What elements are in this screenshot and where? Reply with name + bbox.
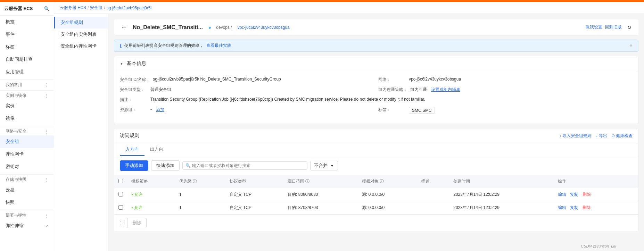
col-policy: 授权策略 (127, 175, 175, 188)
sidebar-item-instances[interactable]: 实例 (0, 100, 54, 112)
detail-layout: 安全组规则 安全组内实例列表 安全组内弹性网卡 ← No_Delete_SMC_… (54, 14, 644, 251)
sidebar-item-overview[interactable]: 概览 (0, 16, 54, 28)
sidebar-section-instances-more[interactable]: ⋮ (44, 93, 48, 98)
sidebar-item-enic[interactable]: 弹性网卡 (0, 148, 54, 160)
secondary-nav-instances[interactable]: 安全组内实例列表 (54, 28, 108, 40)
page-title-vpc: devops / (216, 25, 232, 30)
sidebar-section-more-icon[interactable]: ⋮ (44, 83, 48, 87)
back-button[interactable]: ← (121, 24, 127, 31)
tab-outbound[interactable]: 出方向 (145, 143, 169, 156)
info-network: 网络： vpc-j6c6l2v43uykcv3obsgua (378, 77, 633, 83)
tab-inbound[interactable]: 入方向 (120, 143, 145, 156)
col-actions: 操作 (554, 175, 638, 188)
breadcrumb-sg-id[interactable]: sg-j6cdui2uvb95pacj0r5l (107, 6, 151, 10)
sidebar-item-autoscaling[interactable]: 弹性伸缩 ↗ (0, 219, 54, 232)
row1-auth: 源: 0.0.0.0/0 (358, 188, 417, 201)
col-priority: 优先级 ⓘ (175, 175, 225, 188)
row1-edit[interactable]: 编辑 (558, 192, 566, 197)
row1-created: 2023年7月14日 12:02:29 (449, 188, 554, 201)
sidebar-item-security-group[interactable]: 安全组 (0, 135, 54, 148)
sidebar-search-icon[interactable]: 🔍 (44, 6, 50, 11)
detail-content-area: ← No_Delete_SMC_Transiti... ● devops / v… (108, 14, 644, 251)
sidebar-item-events[interactable]: 事件 (0, 28, 54, 41)
health-check-icon: ⊙ (611, 133, 615, 138)
breadcrumb-security-group[interactable]: 安全组 (90, 5, 102, 11)
set-isolation-link[interactable]: 设置成组内隔离 (431, 87, 460, 93)
row1-protocol: 自定义 TCP (225, 188, 284, 201)
rules-search-input[interactable] (192, 163, 304, 168)
access-rules-card: 访问规则 ↑ 导入安全组规则 ↓ 导出 ⊙ (114, 128, 638, 231)
secondary-nav-rules[interactable]: 安全组规则 (54, 17, 108, 28)
row2-auth: 源: 0.0.0.0/0 (358, 201, 417, 215)
col-protocol: 协议类型 (225, 175, 284, 188)
collapse-icon[interactable]: ▼ (120, 62, 123, 66)
manual-add-button[interactable]: 手动添加 (120, 160, 148, 171)
sidebar-section-network: 网络与安全 ⋮ (0, 126, 54, 135)
basic-info-body: 安全组ID/名称： sg-j6cdui2uvb95pacj0r5l/ No_De… (114, 71, 638, 124)
chevron-down-icon: ▼ (330, 164, 334, 168)
row2-checkbox[interactable] (118, 205, 123, 210)
row1-checkbox[interactable] (118, 192, 123, 196)
row1-port: 目的: 8080/8080 (283, 188, 358, 201)
sidebar-item-tags[interactable]: 标签 (0, 41, 54, 53)
top-link-settings[interactable]: 教我设置 (586, 24, 602, 30)
export-icon: ↓ (596, 133, 598, 138)
sidebar-section-storage-more[interactable]: ⋮ (44, 177, 48, 182)
health-check-action[interactable]: ⊙ 健康检查 (611, 133, 633, 139)
col-desc: 描述 (417, 175, 449, 188)
row2-copy[interactable]: 复制 (570, 205, 578, 210)
rules-table-wrap: 授权策略 优先级 ⓘ 协议类型 端口范围 ⓘ 授权对象 ⓘ 描述 创建时间 操作 (114, 175, 638, 215)
refresh-icon[interactable]: ↻ (627, 25, 631, 30)
sidebar-app-title: 云服务器 ECS (4, 6, 33, 12)
export-action[interactable]: ↓ 导出 (596, 133, 607, 139)
sidebar-item-images[interactable]: 镜像 (0, 112, 54, 125)
watermark: CSDN @yunson_Liu (581, 244, 616, 248)
table-row: 允许 1 自定义 TCP 目的: 8080/8080 源: 0.0.0.0/0 … (114, 188, 638, 201)
rules-search-box[interactable]: 🔍 (182, 161, 307, 170)
sidebar-item-disk[interactable]: 云盘 (0, 184, 54, 196)
row2-delete[interactable]: 删除 (583, 205, 591, 210)
select-all-checkbox[interactable] (118, 179, 123, 183)
table-header-row: 授权策略 优先级 ⓘ 协议类型 端口范围 ⓘ 授权对象 ⓘ 描述 创建时间 操作 (114, 175, 638, 188)
breadcrumb-ecs[interactable]: 云服务器 ECS (60, 5, 86, 11)
table-row: 允许 1 自定义 TCP 目的: 8703/8703 源: 0.0.0.0/0 … (114, 201, 638, 215)
row2-edit[interactable]: 编辑 (558, 205, 566, 210)
sidebar-section-network-more[interactable]: ⋮ (44, 129, 48, 134)
sidebar-section-deploy-more[interactable]: ⋮ (44, 213, 48, 218)
info-banner: ℹ 使用前缀列表提高安全组规则管理的效率， 查看最佳实践 ✕ (114, 40, 638, 52)
row1-priority: 1 (175, 188, 225, 201)
secondary-nav: 安全组规则 安全组内实例列表 安全组内弹性网卡 (54, 14, 108, 251)
info-banner-close-icon[interactable]: ✕ (629, 43, 633, 48)
external-link-icon: ↗ (46, 224, 48, 228)
sidebar-item-keypair[interactable]: 密钥对 (0, 160, 54, 173)
quick-add-button[interactable]: 快速添加 (151, 160, 180, 171)
sidebar-item-snapshot[interactable]: 快照 (0, 196, 54, 209)
bottom-action-bar: 删除 (114, 215, 638, 231)
row1-copy[interactable]: 复制 (570, 192, 578, 197)
col-port: 端口范围 ⓘ (283, 175, 358, 188)
row1-delete[interactable]: 删除 (583, 192, 591, 197)
add-resource-group-link[interactable]: 添加 (156, 107, 164, 113)
page-header: ← No_Delete_SMC_Transiti... ● devops / v… (114, 19, 638, 35)
top-link-old[interactable]: 回到旧版 (605, 24, 622, 30)
sidebar: 云服务器 ECS 🔍 概览 事件 标签 自助问题排查 应用管理 我的常用 ⋮ 实… (0, 2, 54, 251)
col-created: 创建时间 (449, 175, 554, 188)
bottom-select-all[interactable] (120, 221, 124, 225)
sidebar-item-app-mgmt[interactable]: 应用管理 (0, 66, 54, 78)
basic-info-title: ▼ 基本信息 (114, 56, 638, 71)
row1-policy: 允许 (127, 188, 175, 201)
merge-select[interactable]: 不合并 ▼ (310, 161, 338, 170)
page-title-vpc-id[interactable]: vpc-j6c6l2v43uykcv3obsgua (238, 25, 290, 30)
info-description: 描述： Transition Security Group (Replicati… (120, 97, 633, 103)
sidebar-item-troubleshoot[interactable]: 自助问题排查 (0, 53, 54, 66)
row1-desc (417, 188, 449, 201)
secondary-nav-enic[interactable]: 安全组内弹性网卡 (54, 40, 108, 52)
row2-desc (417, 201, 449, 215)
import-rules-action[interactable]: ↑ 导入安全组规则 (559, 133, 592, 139)
sidebar-section-instances: 实例与镜像 ⋮ (0, 90, 54, 100)
batch-delete-button[interactable]: 删除 (127, 218, 147, 228)
col-auth: 授权对象 ⓘ (358, 175, 417, 188)
info-type: 安全组类型： 普通安全组 (120, 87, 374, 93)
tag-smc: SMC:SMC (409, 107, 435, 114)
info-banner-link[interactable]: 查看最佳实践 (206, 43, 231, 49)
